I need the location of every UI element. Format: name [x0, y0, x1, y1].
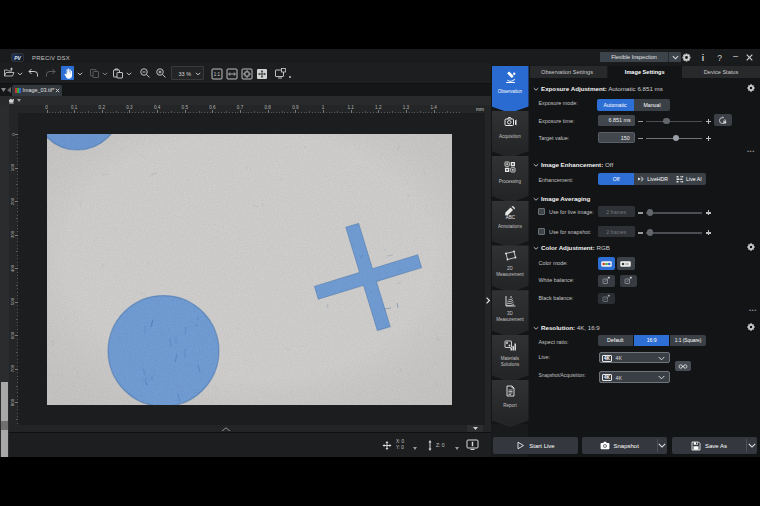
- svg-text:1:1: 1:1: [214, 72, 221, 77]
- svg-text:ABC: ABC: [505, 214, 515, 219]
